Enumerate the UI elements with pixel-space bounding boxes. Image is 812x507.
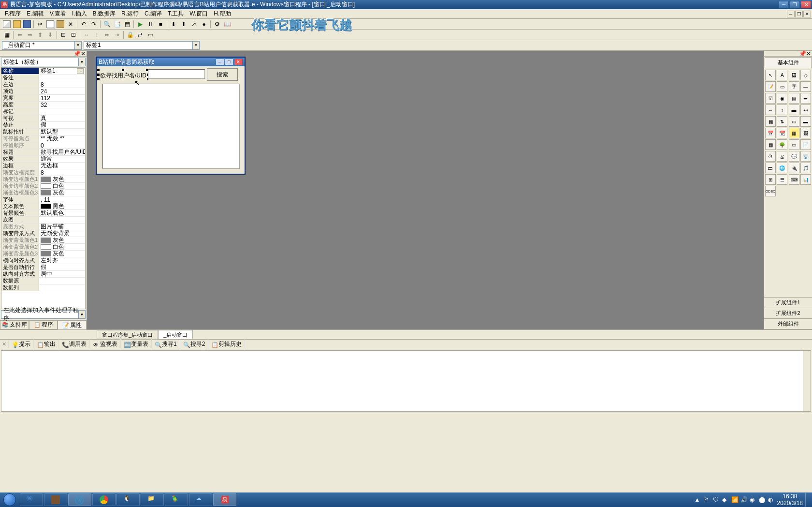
taskbar-chrome[interactable]: [92, 493, 116, 506]
delete-button[interactable]: ✕: [66, 19, 75, 29]
mock-window[interactable]: B站用户信息简易获取 ─ □ ✕ 欲寻找用户名/UID 搜索 ↖: [96, 57, 246, 175]
property-value[interactable]: 左对齐: [39, 257, 85, 264]
tool-db[interactable]: 🗃: [765, 163, 776, 173]
tool-check[interactable]: ☑: [765, 93, 776, 104]
window-selector[interactable]: _启动窗口 * ▼: [2, 41, 82, 50]
property-row[interactable]: 渐变边框颜色3灰色: [1, 190, 85, 196]
property-value[interactable]: 欲寻找用户名/UID: [39, 149, 85, 155]
tool-slider[interactable]: ⊷: [800, 104, 811, 115]
tab-window-collection[interactable]: 窗口程序集_启动窗口: [97, 330, 158, 339]
property-value[interactable]: 灰色: [39, 237, 85, 243]
system-tray[interactable]: ▲ 🏳 🛡 ◆ 📶 🔊 ◉ ⬤ ◐ 16:38 2020/3/18: [692, 493, 812, 507]
tab-startup-window[interactable]: _启动窗口: [158, 330, 193, 339]
property-row[interactable]: 标题欲寻找用户名/UID: [1, 149, 85, 156]
property-value[interactable]: , 11: [39, 196, 85, 203]
toolbox-section-ext2[interactable]: 扩展组件2: [764, 308, 812, 319]
property-value[interactable]: 灰色: [39, 251, 85, 257]
tray-up-icon[interactable]: ▲: [695, 496, 701, 503]
tool-comm[interactable]: 📡: [800, 151, 811, 162]
tool-button[interactable]: ▭: [789, 116, 799, 127]
property-row[interactable]: 数据源: [1, 278, 85, 284]
mock-edit-control[interactable]: [148, 69, 205, 79]
lock-button[interactable]: 🔒: [125, 30, 135, 40]
menu-file[interactable]: F.程序: [2, 9, 24, 19]
property-value[interactable]: [39, 108, 85, 115]
property-row[interactable]: 效果通常: [1, 156, 85, 163]
property-value[interactable]: [39, 278, 85, 284]
open-button[interactable]: [12, 19, 22, 29]
toolbox-section-ext1[interactable]: 扩展组件1: [764, 298, 812, 308]
property-value[interactable]: 112: [39, 95, 85, 101]
property-value[interactable]: 通常: [39, 156, 85, 162]
property-value[interactable]: 白色: [39, 183, 85, 189]
tab-order-button[interactable]: ⇄: [135, 30, 145, 40]
property-row[interactable]: 高度32: [1, 102, 85, 108]
property-value[interactable]: 居中: [39, 271, 85, 277]
taskbar-app3[interactable]: 🦜: [165, 493, 188, 506]
output-scrollbar[interactable]: [803, 351, 811, 411]
stop-button[interactable]: ■: [156, 19, 165, 29]
tool-picker[interactable]: ▦: [789, 128, 799, 138]
tab-watch[interactable]: 👁监视表: [90, 339, 121, 349]
property-value[interactable]: 24: [39, 88, 85, 94]
tool-odbc[interactable]: ODBC: [765, 186, 776, 196]
start-button[interactable]: [0, 492, 19, 507]
property-edit-button[interactable]: …: [77, 68, 84, 74]
panel-close-icon[interactable]: ✕: [81, 50, 86, 57]
property-row[interactable]: 边框无边框: [1, 163, 85, 169]
tool-list[interactable]: ☰: [800, 93, 811, 104]
tool-picture[interactable]: 🖼: [789, 70, 799, 80]
property-value[interactable]: 标签1…: [39, 68, 85, 74]
tool-date[interactable]: 📆: [777, 128, 787, 138]
tool-text[interactable]: 字: [789, 81, 799, 92]
property-row[interactable]: 禁止假: [1, 122, 85, 129]
tray-flag-icon[interactable]: 🏳: [704, 496, 710, 503]
tool-vscroll[interactable]: ↕: [777, 104, 787, 115]
step-into-button[interactable]: ⬆: [179, 19, 188, 29]
tab-clipboard[interactable]: 📋剪辑历史: [208, 339, 245, 349]
property-row[interactable]: 渐变背景颜色3灰色: [1, 251, 85, 257]
redo-button[interactable]: ↷: [89, 19, 99, 29]
menu-compile[interactable]: C.编译: [142, 9, 165, 19]
output-content[interactable]: [1, 350, 811, 412]
new-button[interactable]: [2, 19, 12, 29]
property-row[interactable]: 左边8: [1, 81, 85, 88]
property-value[interactable]: 无边框: [39, 163, 85, 169]
property-value[interactable]: 白色: [39, 244, 85, 250]
property-row[interactable]: 宽度112: [1, 95, 85, 102]
taskbar-app1[interactable]: Ⓚ: [68, 493, 91, 506]
property-value[interactable]: 默认型: [39, 129, 85, 135]
tool-ole[interactable]: ⊞: [765, 174, 776, 185]
menu-window[interactable]: W.窗口: [187, 9, 211, 19]
tool-image[interactable]: 🖼: [800, 128, 811, 138]
tray-app3-icon[interactable]: ⬤: [759, 496, 766, 503]
property-value[interactable]: [39, 284, 85, 291]
run-button[interactable]: ▶: [135, 19, 145, 29]
taskbar-minecraft[interactable]: [44, 493, 67, 506]
tool-frame[interactable]: ▭: [777, 81, 787, 92]
property-row[interactable]: 名称标签1…: [1, 68, 85, 75]
property-row[interactable]: 鼠标指针默认型: [1, 129, 85, 135]
tool-combo[interactable]: ▤: [789, 93, 799, 104]
panel-pin-icon[interactable]: 📌: [73, 50, 81, 57]
property-row[interactable]: 渐变边框宽度8: [1, 169, 85, 176]
property-value[interactable]: [39, 75, 85, 81]
tool-net[interactable]: 🌐: [777, 163, 787, 173]
property-row[interactable]: 文本颜色黑色: [1, 203, 85, 210]
taskbar-ie[interactable]: ⓔ: [20, 493, 43, 506]
bookmark-next-button[interactable]: ▤: [122, 19, 132, 29]
taskbar-clock[interactable]: 16:38 2020/3/18: [777, 493, 803, 507]
tray-app-icon[interactable]: ◆: [722, 496, 729, 503]
space-h-button[interactable]: ⇥: [112, 30, 122, 40]
property-row[interactable]: 背景颜色默认底色: [1, 210, 85, 217]
panel-close-icon[interactable]: ✕: [806, 50, 811, 57]
tool-toolbar[interactable]: ▬: [800, 116, 811, 127]
tab-variables[interactable]: 🔤变量表: [121, 339, 152, 349]
tool-rich[interactable]: 📄: [800, 139, 811, 150]
tool-dialog[interactable]: 💬: [789, 151, 799, 162]
property-value[interactable]: 图片平铺: [39, 224, 85, 230]
property-row[interactable]: 渐变背景方式无渐变背景: [1, 230, 85, 237]
property-row[interactable]: 底图方式图片平铺: [1, 224, 85, 230]
tray-net-icon[interactable]: 📶: [731, 496, 738, 503]
menu-insert[interactable]: I.插入: [69, 9, 90, 19]
